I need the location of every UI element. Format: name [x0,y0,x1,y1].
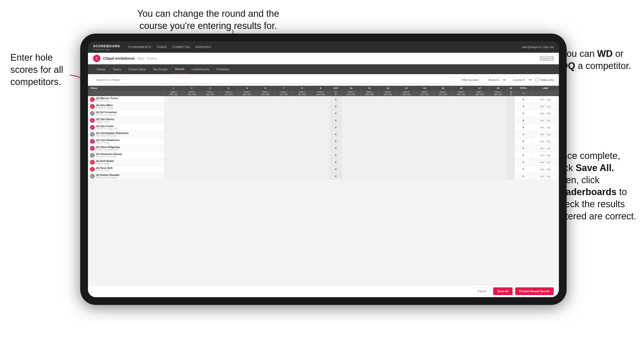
score-h15[interactable] [434,103,452,110]
score-h7[interactable] [275,131,293,138]
score-h4[interactable] [219,166,238,173]
score-h17[interactable] [470,96,489,103]
score-h10[interactable] [342,159,360,166]
dq-button[interactable]: DQ [546,112,551,115]
wd-button[interactable]: WD [539,154,545,157]
score-h17[interactable] [470,124,489,131]
score-h15[interactable] [434,124,452,131]
score-h7[interactable] [275,159,293,166]
score-h3[interactable] [201,159,219,166]
dq-button[interactable]: DQ [546,133,551,136]
score-h17[interactable] [470,145,489,152]
score-h10[interactable] [342,110,360,117]
score-h13[interactable] [397,96,415,103]
score-h13[interactable] [397,173,415,180]
score-h2[interactable] [183,117,201,124]
score-h15[interactable] [434,138,452,145]
score-h14[interactable] [415,110,434,117]
course-select[interactable]: Course A Course B [509,76,532,83]
score-h6[interactable] [256,138,275,145]
wd-button[interactable]: WD [539,175,545,178]
score-h11[interactable] [360,138,379,145]
dq-button[interactable]: DQ [546,140,551,143]
score-h1[interactable] [164,159,183,166]
score-h11[interactable] [360,152,379,159]
wd-button[interactable]: WD [539,98,545,101]
score-h12[interactable] [379,166,397,173]
dq-button[interactable]: DQ [546,126,551,129]
score-h1[interactable] [164,117,183,124]
nav-rankings[interactable]: RANKINGS [195,45,211,49]
score-h15[interactable] [434,110,452,117]
wd-button[interactable]: WD [539,126,545,129]
score-h4[interactable] [219,138,238,145]
score-h10[interactable] [342,145,360,152]
score-h12[interactable] [379,131,397,138]
score-h9[interactable] [311,173,330,180]
dq-button[interactable]: DQ [546,147,551,150]
score-h13[interactable] [397,152,415,159]
score-h1[interactable] [164,166,183,173]
score-h4[interactable] [219,117,238,124]
dq-button[interactable]: DQ [546,175,551,178]
cancel-button[interactable]: Cancel X [540,56,554,61]
score-h10[interactable] [342,166,360,173]
score-h13[interactable] [397,131,415,138]
score-h14[interactable] [415,166,434,173]
score-h13[interactable] [397,117,415,124]
score-h8[interactable] [293,152,311,159]
score-h5[interactable] [238,166,256,173]
score-h11[interactable] [360,96,379,103]
score-h18[interactable] [489,138,507,145]
score-h8[interactable] [293,145,311,152]
score-h14[interactable] [415,96,434,103]
score-h5[interactable] [238,131,256,138]
publish-button[interactable]: Publish Round Scores [515,287,554,295]
score-h13[interactable] [397,145,415,152]
score-h14[interactable] [415,117,434,124]
score-h7[interactable] [275,173,293,180]
score-h8[interactable] [293,124,311,131]
score-h14[interactable] [415,159,434,166]
score-h1[interactable] [164,103,183,110]
score-h11[interactable] [360,124,379,131]
score-h8[interactable] [293,96,311,103]
score-h3[interactable] [201,117,219,124]
score-h14[interactable] [415,173,434,180]
score-h1[interactable] [164,124,183,131]
score-h8[interactable] [293,117,311,124]
score-h6[interactable] [256,131,275,138]
totals-only-checkbox[interactable] [535,78,538,82]
tab-teams[interactable]: Teams [109,64,125,74]
score-h18[interactable] [489,131,507,138]
score-h18[interactable] [489,124,507,131]
score-h2[interactable] [183,152,201,159]
score-h15[interactable] [434,152,452,159]
dq-button[interactable]: DQ [546,154,551,157]
score-h2[interactable] [183,173,201,180]
score-h9[interactable] [311,152,330,159]
wd-button[interactable]: WD [539,112,545,115]
score-h9[interactable] [311,96,330,103]
wd-button[interactable]: WD [539,147,545,150]
score-h5[interactable] [238,96,256,103]
score-h1[interactable] [164,152,183,159]
score-h16[interactable] [452,124,470,131]
score-h1[interactable] [164,131,183,138]
score-h16[interactable] [452,166,470,173]
tab-course-setup[interactable]: Course Setup [125,64,149,74]
score-h10[interactable] [342,138,360,145]
score-h9[interactable] [311,131,330,138]
score-h13[interactable] [397,103,415,110]
score-h10[interactable] [342,103,360,110]
score-h6[interactable] [256,173,275,180]
score-h11[interactable] [360,103,379,110]
wd-button[interactable]: WD [539,161,545,164]
score-h5[interactable] [238,110,256,117]
score-h11[interactable] [360,173,379,180]
score-h1[interactable] [164,145,183,152]
score-h7[interactable] [275,110,293,117]
score-h6[interactable] [256,159,275,166]
score-h17[interactable] [470,166,489,173]
score-h16[interactable] [452,96,470,103]
